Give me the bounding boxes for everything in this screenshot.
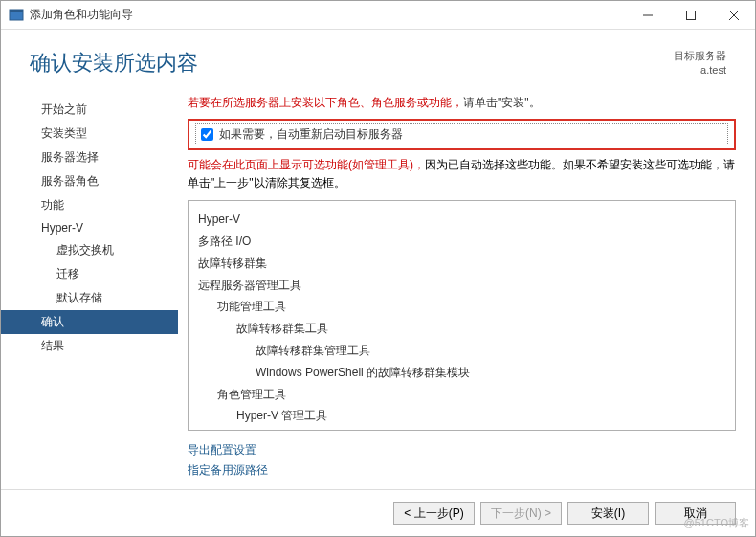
list-item: Windows PowerShell 的故障转移群集模块 [198,362,725,384]
minimize-button[interactable] [626,1,669,29]
list-item: 远程服务器管理工具 [198,275,725,297]
instruction-prefix: 若要在所选服务器上安装以下角色、角色服务或功能， [188,96,463,109]
previous-button[interactable]: < 上一步(P) [393,502,475,525]
window-controls [626,1,755,29]
features-list[interactable]: Hyper-V 多路径 I/O 故障转移群集 远程服务器管理工具 功能管理工具 … [188,200,736,431]
list-item: 故障转移群集管理工具 [198,340,725,362]
wizard-body: 开始之前 安装类型 服务器选择 服务器角色 功能 Hyper-V 虚拟交换机 迁… [1,88,755,489]
auto-restart-checkbox[interactable] [201,128,213,141]
sidebar-item-features[interactable]: 功能 [1,193,178,217]
links-area: 导出配置设置 指定备用源路径 [188,440,736,480]
page-header: 确认安装所选内容 目标服务器 a.test [1,30,755,88]
sidebar-item-migration[interactable]: 迁移 [1,262,178,286]
sidebar-item-virtual-switch[interactable]: 虚拟交换机 [1,238,178,262]
install-button[interactable]: 安装(I) [567,502,649,525]
wizard-window: 添加角色和功能向导 确认安装所选内容 目标服务器 a.test 开始之前 安装类… [0,0,756,537]
optional-note: 可能会在此页面上显示可选功能(如管理工具)，因为已自动选择这些功能。如果不希望安… [188,156,736,192]
list-item: 角色管理工具 [198,384,725,406]
sidebar-item-install-type[interactable]: 安装类型 [1,122,178,145]
content-pane: 若要在所选服务器上安装以下角色、角色服务或功能，请单击"安装"。 如果需要，自动… [178,88,755,489]
list-item: Hyper-V [198,209,725,231]
svg-rect-3 [686,11,695,19]
instruction-text: 若要在所选服务器上安装以下角色、角色服务或功能，请单击"安装"。 [188,94,736,111]
instruction-suffix: 请单击"安装"。 [463,96,541,109]
wizard-footer: < 上一步(P) 下一步(N) > 安装(I) 取消 [1,489,755,536]
maximize-button[interactable] [669,1,712,29]
sidebar-item-results[interactable]: 结果 [1,334,178,358]
next-button: 下一步(N) > [480,502,562,525]
list-item: Hyper-V 管理工具 [198,405,725,427]
target-server-label: 目标服务器 [674,49,726,63]
export-config-link[interactable]: 导出配置设置 [188,443,256,457]
sidebar-item-confirmation[interactable]: 确认 [1,310,178,334]
close-button[interactable] [712,1,755,29]
titlebar: 添加角色和功能向导 [1,1,755,30]
steps-sidebar: 开始之前 安装类型 服务器选择 服务器角色 功能 Hyper-V 虚拟交换机 迁… [1,88,178,489]
sidebar-item-server-roles[interactable]: 服务器角色 [1,169,178,193]
auto-restart-row: 如果需要，自动重新启动目标服务器 [188,119,736,150]
auto-restart-label: 如果需要，自动重新启动目标服务器 [219,126,403,143]
target-server-value: a.test [674,63,726,78]
sidebar-item-hyper-v[interactable]: Hyper-V [1,217,178,238]
sidebar-item-default-storage[interactable]: 默认存储 [1,286,178,310]
target-server-info: 目标服务器 a.test [674,49,726,78]
optional-note-prefix: 可能会在此页面上显示可选功能(如管理工具)， [188,158,425,171]
list-item: Windows PowerShell 的 Hyper-V 模块 [198,427,725,431]
sidebar-item-server-selection[interactable]: 服务器选择 [1,145,178,169]
window-title: 添加角色和功能向导 [30,7,626,23]
sidebar-item-before-begin[interactable]: 开始之前 [1,98,178,122]
alternate-source-link[interactable]: 指定备用源路径 [188,463,268,477]
list-item: 故障转移群集工具 [198,318,725,340]
cancel-button[interactable]: 取消 [655,502,736,525]
list-item: 功能管理工具 [198,296,725,318]
svg-rect-1 [10,10,23,12]
list-item: 多路径 I/O [198,231,725,253]
list-item: 故障转移群集 [198,253,725,275]
app-icon [9,8,24,23]
page-title: 确认安装所选内容 [30,49,674,78]
